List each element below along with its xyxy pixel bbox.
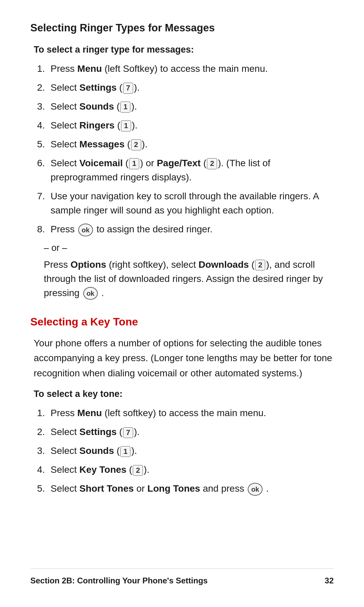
step-5: 5. Select Messages (2). [37,137,334,151]
step-6: 6. Select Voicemail (1) or Page/Text (2)… [37,156,334,184]
key-badge-2c: 2 [255,260,265,271]
section2-steps: 1. Press Menu (left softkey) to access t… [37,406,334,496]
or-separator: – or – [44,241,334,255]
step2-3: 3. Select Sounds (1). [37,444,334,458]
section1-title: Selecting Ringer Types for Messages [30,20,334,36]
step2-1: 1. Press Menu (left softkey) to access t… [37,406,334,420]
step-3: 3. Select Sounds (1). [37,99,334,114]
step-2: 2. Select Settings (7). [37,81,334,95]
step-4: 4. Select Ringers (1). [37,118,334,133]
section2-description: Your phone offers a number of options fo… [34,336,334,381]
key-badge-7: 7 [123,83,133,94]
footer: Section 2B: Controlling Your Phone's Set… [30,568,334,587]
step2-2: 2. Select Settings (7). [37,425,334,439]
key-badge-7b: 7 [123,427,133,438]
key-badge-2a: 2 [131,139,141,150]
page: Selecting Ringer Types for Messages To s… [0,0,364,607]
ok-badge-3: ok [248,483,262,496]
section-key-tone: Selecting a Key Tone Your phone offers a… [30,314,334,496]
key-badge-2b: 2 [207,158,217,169]
step-1: 1. Press Menu (left Softkey) to access t… [37,62,334,76]
key-badge-2d: 2 [133,465,143,476]
key-badge-1c: 1 [129,158,139,169]
key-badge-1a: 1 [120,102,130,113]
ok-badge-1: ok [78,224,93,236]
step-7: 7. Use your navigation key to scroll thr… [37,189,334,218]
step2-5: 5. Select Short Tones or Long Tones and … [37,482,334,496]
section1-instruction: To select a ringer type for messages: [34,43,334,57]
ok-badge-2: ok [83,287,98,300]
section2-title: Selecting a Key Tone [30,314,334,330]
key-badge-1d: 1 [120,446,130,457]
step-8: 8. Press ok to assign the desired ringer… [37,222,334,236]
alt-option: Press Options (right softkey), select Do… [44,258,334,300]
section1-steps: 1. Press Menu (left Softkey) to access t… [37,62,334,236]
main-content: Selecting Ringer Types for Messages To s… [30,20,334,558]
section2-instruction: To select a key tone: [34,387,334,401]
footer-left: Section 2B: Controlling Your Phone's Set… [30,575,208,587]
footer-right: 32 [325,575,334,587]
key-badge-1b: 1 [121,120,131,132]
section-ringer-types: Selecting Ringer Types for Messages To s… [30,20,334,300]
step2-4: 4. Select Key Tones (2). [37,463,334,477]
